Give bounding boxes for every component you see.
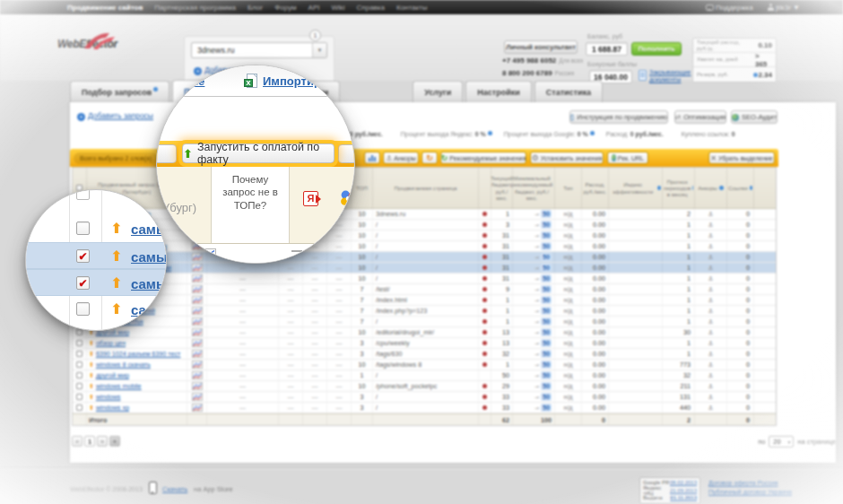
anchors-button[interactable]: ⚓Анкоры	[383, 152, 419, 164]
row-checkbox[interactable]	[76, 351, 83, 357]
header-spend[interactable]: Расход, руб./мес.	[582, 168, 609, 208]
anchors-icon[interactable]: ⚓	[708, 372, 713, 379]
page-link[interactable]: /index.html	[376, 296, 407, 304]
magnified-list-row[interactable]: ⬆ самы	[26, 269, 166, 296]
table-row[interactable]: ⬆windows — — — — 3 / 33 →50 н/д	[73, 392, 776, 403]
anchors-icon[interactable]: ⚓	[708, 351, 713, 358]
page-link[interactable]: /tags/630	[376, 350, 403, 358]
sparkline-icon[interactable]	[192, 317, 203, 326]
page-link[interactable]: /phone/soft_pocketpc	[376, 382, 437, 390]
page-add-button[interactable]: +	[109, 436, 120, 447]
legal-link[interactable]: Договор оферта Россия	[708, 480, 792, 486]
sparkline-icon[interactable]	[192, 307, 203, 315]
table-row[interactable]: ⬆windows xp — — — — 3 / 33 →50 н/д	[73, 403, 776, 413]
table-row[interactable]: ⬆самые новые технологии — — — — 10 / 31 …	[73, 263, 776, 274]
tab[interactable]: Подбор запросов	[70, 81, 169, 102]
row-checkbox[interactable]	[76, 340, 83, 346]
table-row[interactable]: ⬆другой мир — — — — 1 / 50 →50 н/д	[73, 370, 776, 381]
page-link[interactable]: /tags/windows 8	[376, 361, 422, 369]
anchors-icon[interactable]: ⚓	[708, 254, 713, 261]
header-forecast[interactable]: Прогноз переходов в месяц	[663, 168, 695, 208]
sparkline-icon[interactable]	[192, 253, 203, 261]
anchors-icon[interactable]: ⚓	[708, 329, 713, 336]
table-row[interactable]: ⬆windows 8 скачать — — — — 10 /tags/wind…	[73, 360, 776, 370]
page-link[interactable]: /	[376, 317, 378, 326]
page-link[interactable]: /index.php?p=123	[376, 307, 427, 315]
min-budget-link[interactable]: 50	[541, 221, 552, 229]
header-top[interactable]: ТОП	[352, 168, 373, 208]
anchors-icon[interactable]: ⚓	[708, 222, 713, 229]
sparkline-icon[interactable]	[192, 350, 203, 358]
anchors-icon[interactable]: ⚓	[708, 404, 713, 412]
download-app-link[interactable]: Скачать	[162, 485, 187, 493]
page-link[interactable]: /	[376, 221, 378, 229]
query-link[interactable]: windows mobile	[96, 382, 142, 390]
anchors-icon[interactable]: ⚓	[708, 308, 713, 315]
sparkline-icon[interactable]	[192, 404, 203, 412]
min-budget-link[interactable]: 50	[541, 361, 552, 369]
set-values-button[interactable]: ⚙Установить значения	[530, 152, 604, 164]
header-type[interactable]: Тип	[555, 168, 582, 208]
topnav-link[interactable]: Партнерская программа	[154, 4, 236, 12]
topnav-link[interactable]: Продвижение сайтов	[67, 4, 143, 12]
sparkline-icon[interactable]	[192, 274, 203, 282]
min-budget-link[interactable]: 50	[541, 307, 552, 315]
sparkline-icon[interactable]	[192, 361, 203, 369]
min-budget-link[interactable]: 50	[541, 285, 552, 293]
min-budget-link[interactable]: 50	[541, 242, 552, 250]
row-checkbox[interactable]	[76, 361, 83, 368]
promotion-instruction-button[interactable]: iИнструкция по продвижению	[569, 110, 668, 124]
chart-button[interactable]	[364, 152, 380, 164]
page-link[interactable]: /	[376, 393, 378, 401]
table-row[interactable]: ⬆самый мощный ноутбук — — — — 10 / 31 →5…	[73, 241, 776, 252]
min-budget-link[interactable]: 50	[541, 328, 552, 336]
page-link[interactable]: /	[376, 242, 378, 250]
tab[interactable]: Настройки	[465, 81, 531, 102]
header-efficiency-index[interactable]: Индекс эффективности	[609, 168, 663, 208]
query-link[interactable]: windows 8 скачать	[96, 361, 151, 369]
query-link[interactable]: другой мир	[96, 371, 129, 379]
topnav-link[interactable]: Контакты	[396, 4, 428, 12]
magnified-query-link[interactable]: самы	[131, 249, 167, 265]
optimization-button[interactable]: ⇄Оптимизация	[674, 110, 726, 124]
sparkline-icon[interactable]	[192, 371, 203, 379]
page-link[interactable]: /editorial/drugoi_mir/	[376, 328, 434, 336]
clear-selection-button[interactable]: ✕Убрать выделение	[708, 152, 775, 164]
page-link[interactable]: 3dnews.ru	[376, 210, 405, 218]
date-link[interactable]: 21.09.2013	[670, 488, 697, 493]
table-row[interactable]: ⬆6390 1024 разъем 6390 тест — — — — 3 /t…	[73, 349, 776, 360]
min-budget-link[interactable]: 50	[541, 382, 552, 390]
topnav-link[interactable]: Wiki	[331, 4, 344, 12]
min-budget-link[interactable]: 50	[541, 264, 552, 272]
page-link[interactable]: /	[376, 404, 378, 412]
header-budget[interactable]: Текущий бюджет, руб./мес.	[491, 168, 513, 208]
min-budget-link[interactable]: 50	[541, 404, 552, 412]
min-budget-link[interactable]: 50	[541, 371, 552, 379]
anchors-icon[interactable]: ⚓	[708, 297, 713, 304]
row-checkbox[interactable]	[76, 404, 83, 411]
page-number-button[interactable]: 1	[84, 436, 95, 447]
magnified-list-row[interactable]: ⬆ самы	[26, 242, 166, 269]
table-row[interactable]: ⬆новости технологий — — — — 7 /index.php…	[73, 306, 776, 317]
min-budget-link[interactable]: 50	[541, 393, 552, 401]
sparkline-icon[interactable]	[192, 393, 203, 401]
sparkline-icon[interactable]	[192, 264, 203, 272]
page-next-button[interactable]: »	[97, 436, 108, 447]
row-checkbox[interactable]	[76, 383, 83, 389]
topnav-link[interactable]: Форум	[274, 4, 296, 12]
table-row[interactable]: ⬆лучший ноутбук — — — — 7 / 1 →50 н/д	[73, 317, 776, 327]
seo-audit-button[interactable]: SEO-Аудит	[731, 110, 778, 124]
tab[interactable]: Услуги	[413, 81, 463, 102]
min-budget-link[interactable]: 50	[541, 296, 552, 304]
sparkline-icon[interactable]	[192, 285, 203, 293]
sparkline-icon[interactable]	[192, 382, 203, 390]
min-budget-link[interactable]: 50	[541, 210, 552, 218]
anchors-icon[interactable]: ⚓	[708, 361, 713, 369]
query-link[interactable]: обзор цен	[96, 339, 126, 347]
table-row[interactable]: ⬆новинки hi-tech — — — — 7 /index.html 1…	[73, 295, 776, 306]
personal-consultant-button[interactable]: Личный консультант	[504, 40, 578, 54]
rec-url-button[interactable]: Рек. URL	[607, 152, 648, 164]
magnified-row-checkbox[interactable]	[76, 302, 90, 316]
table-row[interactable]: ⬆тест ssd — — — — 7 /test/ 9 →50 н/д	[73, 284, 776, 295]
table-row[interactable]: ⬆самое интересное — — — — 10 / 31 →50 н/…	[73, 274, 776, 284]
